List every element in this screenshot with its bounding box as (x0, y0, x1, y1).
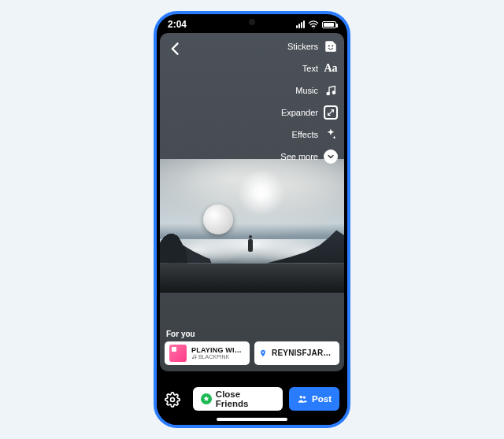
tool-label: Music (295, 86, 318, 95)
tool-menu: Stickers Text Aa Music (280, 39, 338, 164)
tool-stickers[interactable]: Stickers (280, 39, 338, 53)
tool-label: Stickers (287, 42, 318, 51)
tool-effects[interactable]: Effects (280, 127, 338, 142)
lens-overlay[interactable] (203, 205, 233, 234)
post-button[interactable]: Post (289, 387, 339, 411)
close-friends-button[interactable]: Close Friends (193, 387, 283, 411)
signal-icon (296, 20, 305, 28)
wifi-icon (308, 20, 319, 28)
location-title: REYNISFJARA, ICELAND (272, 349, 335, 358)
svg-point-2 (332, 45, 333, 46)
text-icon: Aa (324, 61, 338, 76)
tool-see-more[interactable]: See more (280, 149, 338, 164)
svg-point-3 (327, 92, 329, 94)
svg-point-6 (195, 357, 196, 358)
svg-point-0 (313, 28, 313, 28)
post-label: Post (312, 394, 332, 404)
effects-icon (324, 127, 338, 142)
tool-text[interactable]: Text Aa (280, 61, 338, 76)
suggestion-location-chip[interactable]: REYNISFJARA, ICELAND (254, 341, 339, 365)
for-you-section: For you PLAYING WITH FIRE BLACKPINK (160, 330, 344, 365)
status-time: 2:04 (168, 19, 187, 30)
back-button[interactable] (168, 41, 183, 57)
close-friends-label: Close Friends (216, 389, 275, 408)
for-you-heading: For you (166, 330, 339, 338)
suggestion-music-chip[interactable]: PLAYING WITH FIRE BLACKPINK (165, 341, 250, 365)
music-thumbnail (169, 345, 187, 362)
svg-point-8 (171, 398, 175, 402)
person-figure (248, 239, 253, 252)
phone-frame: 2:04 Stickers (154, 11, 350, 428)
story-canvas[interactable] (160, 159, 344, 293)
close-friends-icon (201, 393, 212, 404)
tool-label: Text (302, 64, 318, 73)
svg-point-7 (262, 352, 264, 353)
location-pin-icon (259, 349, 267, 357)
tool-label: Expander (281, 108, 318, 117)
chevron-down-icon (324, 149, 338, 164)
battery-icon (322, 21, 336, 28)
svg-point-5 (192, 358, 193, 359)
music-artist: BLACKPINK (198, 354, 229, 360)
svg-point-10 (303, 397, 306, 399)
stickers-icon (324, 39, 338, 53)
svg-point-9 (300, 396, 303, 399)
tool-music[interactable]: Music (280, 83, 338, 98)
svg-point-1 (328, 45, 330, 46)
story-editor: Stickers Text Aa Music (160, 33, 344, 371)
svg-point-4 (332, 91, 335, 94)
tool-expander[interactable]: Expander (280, 105, 338, 120)
music-title: PLAYING WITH FIRE (191, 347, 245, 354)
expander-icon (324, 105, 338, 120)
tool-label: Effects (292, 130, 318, 139)
music-icon (324, 83, 338, 98)
audience-icon (297, 393, 308, 404)
home-indicator[interactable] (217, 418, 287, 421)
tool-label: See more (280, 152, 318, 161)
settings-button[interactable] (165, 392, 180, 408)
camera-notch (249, 19, 255, 25)
